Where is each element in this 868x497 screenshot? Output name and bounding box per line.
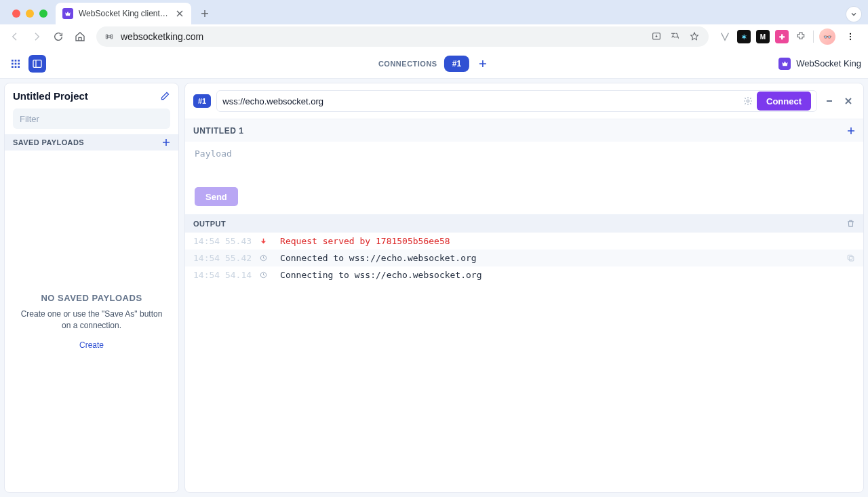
arrow-down-icon — [258, 237, 268, 245]
output-row[interactable]: 14:54 55.43Request served by 1781505b56e… — [185, 233, 863, 250]
connections-label: CONNECTIONS — [378, 60, 437, 68]
svg-rect-7 — [12, 62, 14, 64]
app-root: CONNECTIONS #1 WebSocket King Untitled P… — [0, 49, 868, 497]
crown-icon — [62, 8, 73, 19]
add-payload-icon[interactable] — [162, 138, 170, 146]
sidebar-toggle-button[interactable] — [28, 55, 46, 73]
add-payload-tab-icon[interactable] — [847, 127, 855, 135]
connection-settings-icon[interactable] — [743, 96, 753, 106]
browser-tab[interactable]: WebSocket King client: A test — [56, 3, 191, 24]
output-message: Request served by 1781505b56ee58 — [275, 236, 450, 246]
grid-view-button[interactable] — [7, 55, 24, 73]
output-timestamp: 14:54 55.42 — [193, 253, 252, 263]
svg-rect-5 — [15, 60, 17, 62]
maximize-window-button[interactable] — [39, 9, 47, 18]
output-log: 14:54 55.43Request served by 1781505b56e… — [185, 233, 863, 283]
connection-number-badge: #1 — [193, 94, 211, 108]
tabs-dropdown-button[interactable] — [846, 7, 861, 22]
home-button[interactable] — [71, 27, 90, 46]
back-button[interactable] — [5, 27, 24, 46]
svg-point-3 — [850, 39, 851, 40]
extension-v-icon[interactable] — [718, 30, 732, 43]
output-label: OUTPUT — [193, 220, 226, 228]
browser-toolbar: websocketking.com ✶ M ✚ 👓 — [0, 24, 868, 49]
empty-title: NO SAVED PAYLOADS — [41, 293, 142, 303]
install-app-icon[interactable] — [650, 31, 663, 43]
output-timestamp: 14:54 55.43 — [193, 236, 252, 246]
profile-avatar[interactable]: 👓 — [819, 28, 835, 45]
minimize-window-button[interactable] — [26, 9, 34, 18]
empty-payloads-state: NO SAVED PAYLOADS Create one or use the … — [5, 151, 178, 492]
extensions-area: ✶ M ✚ 👓 — [715, 27, 863, 46]
tab-title: WebSocket King client: A test — [79, 9, 170, 18]
svg-rect-18 — [848, 255, 852, 260]
reload-button[interactable] — [49, 27, 68, 46]
translate-icon[interactable] — [669, 31, 682, 43]
empty-text: Create one or use the "Save As" button o… — [18, 309, 165, 332]
close-tab-icon[interactable] — [175, 9, 184, 18]
payload-tab[interactable]: UNTITLED 1 — [193, 126, 243, 136]
svg-rect-17 — [849, 256, 854, 261]
clear-output-icon[interactable] — [846, 219, 855, 228]
send-button[interactable]: Send — [195, 187, 238, 206]
extension-react-icon[interactable]: ✶ — [737, 30, 751, 43]
connection-panel: #1 Connect UNTITLED 1 — [184, 83, 864, 493]
output-message: Connected to wss://echo.websocket.org — [275, 253, 477, 263]
create-payload-link[interactable]: Create — [79, 340, 104, 350]
browser-menu-icon[interactable] — [841, 27, 860, 46]
svg-rect-11 — [15, 66, 17, 68]
payload-textarea[interactable] — [195, 148, 854, 182]
svg-rect-10 — [12, 66, 14, 68]
minimize-panel-icon[interactable] — [823, 94, 836, 108]
output-timestamp: 14:54 54.14 — [193, 270, 252, 280]
url-text: websocketking.com — [121, 31, 644, 42]
bookmark-star-icon[interactable] — [688, 31, 701, 43]
crown-icon — [778, 58, 791, 70]
copy-icon[interactable] — [846, 254, 855, 262]
add-connection-button[interactable] — [476, 57, 490, 71]
svg-rect-8 — [15, 62, 17, 64]
saved-payloads-label: SAVED PAYLOADS — [13, 138, 84, 146]
brand-name: WebSocket King — [796, 58, 861, 68]
svg-point-1 — [850, 33, 851, 35]
browser-chrome: WebSocket King client: A test — [0, 0, 868, 49]
new-tab-button[interactable] — [195, 4, 214, 23]
app-header: CONNECTIONS #1 WebSocket King — [0, 49, 868, 79]
close-window-button[interactable] — [12, 9, 20, 18]
svg-rect-9 — [18, 62, 20, 64]
output-row[interactable]: 14:54 55.42Connected to wss://echo.webso… — [185, 250, 863, 266]
site-info-icon[interactable] — [104, 32, 114, 41]
divider — [813, 31, 814, 43]
extensions-puzzle-icon[interactable] — [794, 30, 808, 43]
address-bar[interactable]: websocketking.com — [96, 26, 709, 47]
extension-md-icon[interactable]: M — [756, 30, 770, 43]
ws-url-input[interactable] — [222, 96, 739, 106]
edit-project-icon[interactable] — [160, 91, 170, 101]
svg-point-15 — [747, 100, 749, 102]
filter-input[interactable] — [13, 108, 170, 129]
svg-rect-12 — [18, 66, 20, 68]
window-controls — [5, 9, 56, 24]
svg-point-2 — [850, 36, 851, 37]
extension-pink-icon[interactable]: ✚ — [775, 30, 789, 43]
svg-rect-13 — [33, 60, 41, 67]
clock-icon — [258, 254, 268, 262]
sidebar: Untitled Project SAVED PAYLOADS NO SAVED… — [4, 83, 179, 493]
clock-icon — [258, 271, 268, 279]
forward-button[interactable] — [27, 27, 46, 46]
project-title: Untitled Project — [13, 90, 88, 102]
connection-tab-1[interactable]: #1 — [444, 56, 469, 72]
connect-button[interactable]: Connect — [757, 92, 811, 111]
output-row[interactable]: 14:54 54.14Connecting to wss://echo.webs… — [185, 266, 863, 283]
output-message: Connecting to wss://echo.websocket.org — [275, 270, 481, 280]
svg-rect-4 — [12, 60, 14, 62]
ws-url-field[interactable]: Connect — [216, 90, 817, 112]
svg-rect-6 — [18, 60, 20, 62]
close-panel-icon[interactable] — [842, 94, 855, 108]
